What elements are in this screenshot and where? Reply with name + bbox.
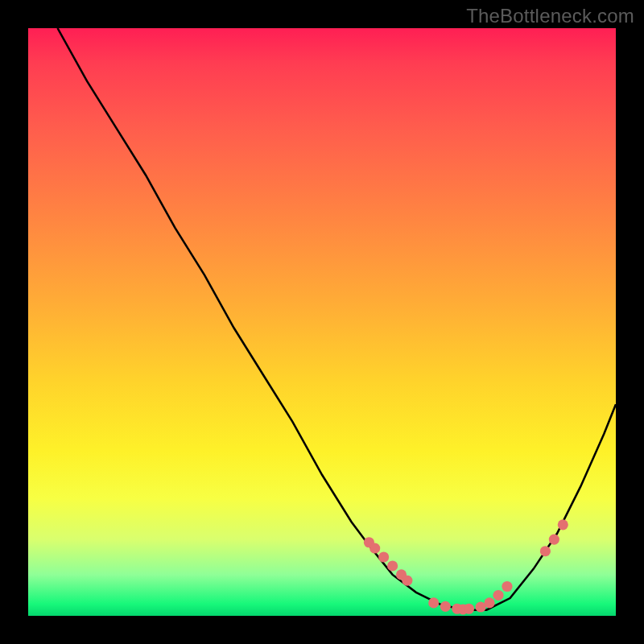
chart-frame: TheBottleneck.com: [0, 0, 644, 644]
marker-dot: [440, 601, 451, 612]
watermark-text: TheBottleneck.com: [466, 5, 634, 27]
plot-area: [28, 28, 616, 616]
markers-group: [364, 519, 568, 614]
marker-dot: [540, 546, 551, 556]
marker-dot: [428, 597, 439, 608]
marker-dot: [558, 519, 568, 530]
marker-dot: [484, 597, 494, 608]
curve-svg: [28, 28, 616, 616]
marker-dot: [369, 543, 380, 553]
marker-dot: [464, 604, 474, 614]
curve-line: [58, 28, 617, 610]
marker-dot: [387, 560, 398, 571]
marker-dot: [502, 581, 512, 592]
marker-dot: [378, 551, 389, 562]
marker-dot: [549, 535, 559, 545]
marker-dot: [402, 576, 412, 586]
marker-dot: [493, 590, 503, 601]
